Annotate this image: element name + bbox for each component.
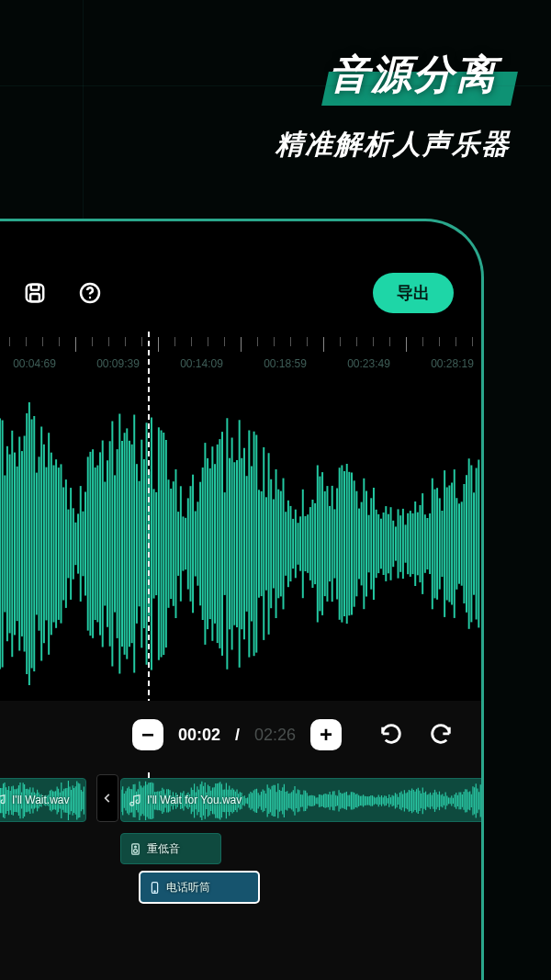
ruler-label: 00:14:09 bbox=[160, 357, 243, 370]
svg-point-517 bbox=[135, 846, 137, 848]
waveform-main[interactable] bbox=[0, 387, 481, 701]
redo-icon bbox=[428, 722, 454, 748]
time-ruler[interactable]: 00:04:69 00:09:39 00:14:09 00:18:59 00:2… bbox=[0, 337, 481, 383]
effect-clip-bass[interactable]: 重低音 bbox=[120, 833, 221, 864]
promo-header: 音源分离 精准解析人声乐器 bbox=[276, 42, 511, 163]
effect-clip-phone[interactable]: 电话听筒 bbox=[140, 872, 259, 903]
ruler-labels: 00:04:69 00:09:39 00:14:09 00:18:59 00:2… bbox=[0, 357, 481, 370]
help-button[interactable] bbox=[75, 278, 105, 308]
svg-point-519 bbox=[154, 890, 155, 891]
device-frame: 导出 00:04:69 00:09:39 00:14:09 00:18:59 0… bbox=[0, 219, 484, 980]
clip-label: 电话听筒 bbox=[148, 880, 210, 896]
ruler-ticks bbox=[0, 337, 481, 352]
zoom-in-button[interactable]: + bbox=[310, 719, 342, 750]
playhead[interactable] bbox=[148, 332, 150, 704]
promo-title: 音源分离 bbox=[276, 42, 511, 109]
ruler-label: 00:18:59 bbox=[243, 357, 327, 370]
time-current: 00:02 bbox=[178, 726, 220, 745]
ruler-label: 00:23:49 bbox=[327, 357, 410, 370]
zoom-row: − 00:02 /02:26 + bbox=[0, 719, 481, 750]
redo-button[interactable] bbox=[428, 722, 454, 748]
save-button[interactable] bbox=[20, 278, 50, 308]
waveform-graphic bbox=[0, 387, 481, 701]
app-toolbar: 导出 bbox=[0, 221, 481, 330]
help-icon bbox=[78, 281, 102, 305]
phone-icon bbox=[148, 881, 162, 895]
clip-split-handle[interactable] bbox=[96, 774, 118, 822]
music-note-icon bbox=[129, 794, 142, 807]
time-separator: / bbox=[235, 726, 240, 745]
svg-rect-1 bbox=[31, 285, 39, 290]
ruler-label: 00:28:19 bbox=[410, 357, 484, 370]
chevron-left-icon bbox=[101, 792, 114, 805]
promo-subtitle: 精准解析人声乐器 bbox=[276, 126, 511, 163]
transport-panel: − 00:02 /02:26 + I'll Wait.wav bbox=[0, 701, 481, 980]
speaker-icon bbox=[129, 842, 142, 856]
music-note-icon bbox=[0, 794, 7, 807]
svg-point-516 bbox=[134, 849, 138, 852]
svg-rect-2 bbox=[30, 294, 39, 301]
undo-icon bbox=[378, 722, 404, 748]
clip-label: I'll Wait.wav bbox=[0, 794, 70, 807]
history-controls bbox=[378, 722, 454, 748]
svg-point-4 bbox=[89, 297, 91, 299]
audio-clip-a[interactable]: I'll Wait.wav bbox=[0, 778, 86, 822]
clip-label: 重低音 bbox=[129, 841, 180, 857]
ruler-label: 00:04:69 bbox=[0, 357, 76, 370]
audio-clip-b[interactable]: I'll Wait for You.wav bbox=[120, 778, 484, 822]
zoom-out-button[interactable]: − bbox=[132, 719, 163, 750]
time-total: 02:26 bbox=[254, 726, 296, 745]
save-icon bbox=[23, 281, 47, 305]
clip-label: I'll Wait for You.wav bbox=[129, 794, 242, 807]
export-button[interactable]: 导出 bbox=[373, 273, 454, 313]
undo-button[interactable] bbox=[378, 722, 404, 748]
